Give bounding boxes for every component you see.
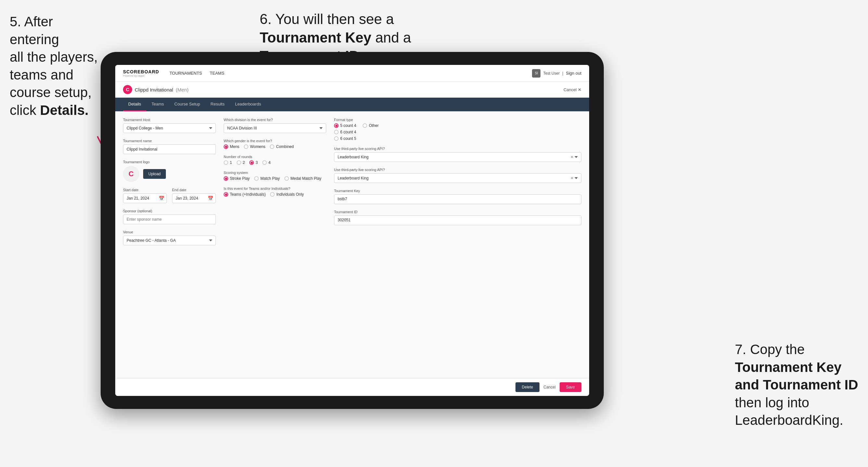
- rounds-4-radio[interactable]: [262, 160, 267, 165]
- division-select[interactable]: NCAA Division III: [224, 123, 326, 133]
- tab-details[interactable]: Details: [123, 98, 146, 111]
- scoring-group: Scoring system Stroke Play Match Play: [224, 171, 326, 181]
- tournament-id-group: Tournament ID 302051: [334, 210, 581, 225]
- scoring-match-play[interactable]: Match Play: [254, 176, 279, 181]
- format-options-left: 5 count 4 6 count 4 6 count 5: [334, 123, 356, 141]
- save-button[interactable]: Save: [560, 382, 581, 392]
- teams-radio[interactable]: [224, 192, 228, 197]
- api2-clear-icon[interactable]: ✕: [570, 176, 574, 181]
- nav-separator: |: [562, 71, 563, 75]
- format-type-label: Format type: [334, 118, 581, 122]
- division-group: Which division is the event for? NCAA Di…: [224, 118, 326, 133]
- api2-select-wrap: Leaderboard King ✕: [334, 173, 581, 183]
- format-5count4[interactable]: 5 count 4: [334, 123, 356, 128]
- tab-teams[interactable]: Teams: [146, 98, 169, 111]
- rounds-1[interactable]: 1: [224, 160, 232, 165]
- date-row: Start date 📅 End date 📅: [123, 188, 216, 203]
- nav-links: TOURNAMENTS TEAMS: [169, 69, 532, 77]
- col-right: Format type 5 count 4: [334, 118, 581, 372]
- gender-womens[interactable]: Womens: [244, 145, 265, 149]
- venue-select[interactable]: Peachtree GC - Atlanta - GA: [123, 236, 216, 245]
- rounds-2[interactable]: 2: [237, 160, 245, 165]
- start-date-calendar-icon: 📅: [159, 196, 164, 201]
- format-5count4-radio[interactable]: [334, 123, 339, 128]
- format-other-radio[interactable]: [363, 123, 367, 128]
- rounds-1-radio[interactable]: [224, 160, 228, 165]
- scoring-label: Scoring system: [224, 171, 326, 175]
- gender-womens-radio[interactable]: [244, 145, 248, 149]
- tablet-screen: SCOREBOARD Powered by clippd TOURNAMENTS…: [115, 65, 589, 396]
- sponsor-input[interactable]: [123, 215, 216, 224]
- teams-label: Is this event for Teams and/or Individua…: [224, 187, 326, 190]
- delete-button[interactable]: Delete: [516, 382, 540, 392]
- venue-label: Venue: [123, 230, 216, 234]
- format-6count5-radio[interactable]: [334, 136, 339, 141]
- tab-results[interactable]: Results: [206, 98, 230, 111]
- tournament-key-value: bstb7: [334, 194, 581, 204]
- sign-out-link[interactable]: Sign out: [566, 69, 581, 77]
- gender-label: Which gender is the event for?: [224, 139, 326, 143]
- gender-group: Which gender is the event for? Mens Wome…: [224, 139, 326, 149]
- rounds-4[interactable]: 4: [262, 160, 271, 165]
- format-type-group: Format type 5 count 4: [334, 118, 581, 141]
- gender-mens-radio[interactable]: [224, 145, 228, 149]
- gender-combined[interactable]: Combined: [270, 145, 294, 149]
- api1-group: Use third-party live scoring API? Leader…: [334, 147, 581, 162]
- individuals-radio[interactable]: [270, 192, 275, 197]
- api1-clear-icon[interactable]: ✕: [570, 155, 574, 159]
- start-date-wrap: 📅: [123, 193, 167, 203]
- end-date-label: End date: [172, 188, 216, 192]
- tab-course-setup[interactable]: Course Setup: [169, 98, 206, 111]
- format-6count4[interactable]: 6 count 4: [334, 130, 356, 134]
- api2-select[interactable]: Leaderboard King: [334, 173, 581, 183]
- teams-individuals[interactable]: Teams (+Individuals): [224, 192, 266, 197]
- format-other[interactable]: Other: [363, 123, 378, 128]
- format-6count5[interactable]: 6 count 5: [334, 136, 356, 141]
- format-row-dual: 5 count 4 6 count 4 6 count 5: [334, 123, 581, 141]
- nav-teams[interactable]: TEAMS: [210, 69, 224, 77]
- breadcrumb-left: C Clippd Invitational (Men): [123, 85, 189, 94]
- api1-select[interactable]: Leaderboard King: [334, 152, 581, 162]
- scoring-medal-match-play[interactable]: Medal Match Play: [284, 176, 321, 181]
- nav-right: SI Test User | Sign out: [532, 69, 581, 77]
- clippd-logo: C: [123, 85, 132, 94]
- rounds-3[interactable]: 3: [249, 160, 258, 165]
- sponsor-label: Sponsor (optional): [123, 209, 216, 213]
- individuals-only[interactable]: Individuals Only: [270, 192, 304, 197]
- tournament-host-select[interactable]: Clippd College - Men: [123, 123, 216, 133]
- start-date-label: Start date: [123, 188, 167, 192]
- form-area: Tournament Host Clippd College - Men Tou…: [115, 111, 589, 378]
- tournament-logo-label: Tournament logo: [123, 160, 216, 164]
- scoring-stroke-play[interactable]: Stroke Play: [224, 176, 250, 181]
- scoring-match-radio[interactable]: [254, 176, 259, 181]
- scoring-radio-group: Stroke Play Match Play Medal Match Play: [224, 176, 326, 181]
- api1-label: Use third-party live scoring API?: [334, 147, 581, 151]
- cancel-close-button[interactable]: Cancel ✕: [563, 87, 581, 92]
- brand-sub: Powered by clippd: [123, 74, 159, 77]
- user-name: Test User: [543, 71, 560, 75]
- top-nav: SCOREBOARD Powered by clippd TOURNAMENTS…: [115, 65, 589, 82]
- tournament-name-input[interactable]: [123, 145, 216, 154]
- scoring-medal-radio[interactable]: [284, 176, 289, 181]
- format-6count4-radio[interactable]: [334, 130, 339, 134]
- tournament-logo-group: Tournament logo C Upload: [123, 160, 216, 182]
- brand: SCOREBOARD Powered by clippd: [123, 69, 159, 77]
- gender-combined-radio[interactable]: [270, 145, 274, 149]
- tabs-bar: Details Teams Course Setup Results Leade…: [115, 98, 589, 111]
- tab-leaderboards[interactable]: Leaderboards: [230, 98, 266, 111]
- api2-label: Use third-party live scoring API?: [334, 168, 581, 172]
- rounds-radio-group: 1 2 3 4: [224, 160, 326, 165]
- format-options-right: Other: [363, 123, 378, 141]
- upload-button[interactable]: Upload: [143, 169, 166, 179]
- nav-tournaments[interactable]: TOURNAMENTS: [169, 69, 202, 77]
- rounds-2-radio[interactable]: [237, 160, 241, 165]
- annotation-top-left: 5. After entering all the players, teams…: [10, 13, 101, 119]
- rounds-3-radio[interactable]: [249, 160, 254, 165]
- end-date-calendar-icon: 📅: [208, 196, 213, 201]
- cancel-button[interactable]: Cancel: [544, 385, 555, 390]
- gender-mens[interactable]: Mens: [224, 145, 239, 149]
- format-options: 5 count 4 6 count 4 6 count 5: [334, 123, 581, 141]
- scoring-stroke-radio[interactable]: [224, 176, 228, 181]
- teams-group: Is this event for Teams and/or Individua…: [224, 187, 326, 197]
- tournament-name-group: Tournament name: [123, 139, 216, 154]
